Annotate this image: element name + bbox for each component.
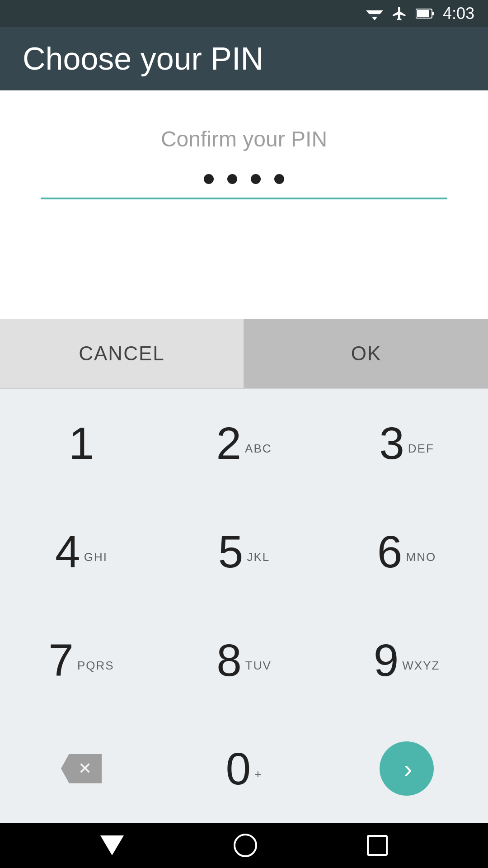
pin-dot-1 <box>204 174 214 184</box>
svg-marker-2 <box>372 17 377 20</box>
bottom-section: CANCEL OK 1 2 ABC 3 DEF 4 GHI <box>0 319 488 823</box>
airplane-icon <box>391 5 408 22</box>
key-2[interactable]: 2 ABC <box>163 389 325 497</box>
ok-button[interactable]: OK <box>244 319 488 388</box>
status-time: 4:03 <box>443 4 474 23</box>
svg-rect-5 <box>417 10 429 17</box>
key-0[interactable]: 0 + <box>163 714 325 823</box>
delete-shape: ✕ <box>61 754 102 783</box>
keypad: 1 2 ABC 3 DEF 4 GHI 5 JKL <box>0 389 488 823</box>
header: Choose your PIN <box>0 27 488 90</box>
page-title: Choose your PIN <box>23 41 263 77</box>
pin-underline <box>41 198 447 199</box>
cancel-button[interactable]: CANCEL <box>0 319 244 388</box>
nav-bar <box>0 823 488 868</box>
main-content: Confirm your PIN <box>0 90 488 319</box>
back-icon[interactable] <box>100 835 124 855</box>
key-9[interactable]: 9 WXYZ <box>325 606 488 714</box>
pin-dot-2 <box>227 174 237 184</box>
status-bar: 4:03 <box>0 0 488 27</box>
next-button[interactable]: › <box>325 714 488 823</box>
key-7[interactable]: 7 PQRS <box>0 606 163 714</box>
wifi-icon <box>366 7 383 20</box>
pin-dot-3 <box>251 174 261 184</box>
svg-rect-4 <box>432 12 434 15</box>
action-row: CANCEL OK <box>0 319 488 389</box>
key-6[interactable]: 6 MNO <box>325 497 488 606</box>
pin-dot-4 <box>274 174 284 184</box>
key-4[interactable]: 4 GHI <box>0 497 163 606</box>
battery-icon <box>416 8 435 19</box>
next-btn-circle: › <box>380 741 434 796</box>
pin-confirm-label: Confirm your PIN <box>161 127 327 151</box>
key-1[interactable]: 1 <box>0 389 163 497</box>
status-icons: 4:03 <box>366 4 474 23</box>
key-5[interactable]: 5 JKL <box>163 497 325 606</box>
key-3[interactable]: 3 DEF <box>325 389 488 497</box>
home-icon[interactable] <box>234 834 257 857</box>
pin-dots <box>204 174 284 184</box>
recents-icon[interactable] <box>367 835 388 856</box>
delete-button[interactable]: ✕ <box>0 714 163 823</box>
next-arrow-icon: › <box>404 754 413 783</box>
key-8[interactable]: 8 TUV <box>163 606 325 714</box>
